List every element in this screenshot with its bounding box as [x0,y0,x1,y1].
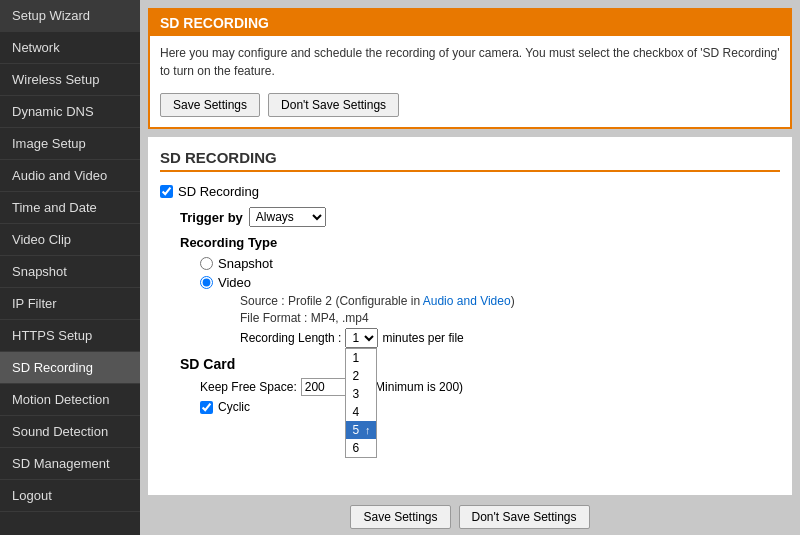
bottom-save-button[interactable]: Save Settings [350,505,450,529]
sidebar-item-logout[interactable]: Logout [0,480,140,512]
source-text: Source : Profile 2 (Configurable in [240,294,423,308]
sidebar-item-sd-management[interactable]: SD Management [0,448,140,480]
source-end: ) [511,294,515,308]
video-option-label: Video [218,275,251,290]
snapshot-option-row: Snapshot [200,256,780,271]
recording-length-dropdown-container: 1 1 2 3 4 5 ↑ 6 [345,328,378,348]
keep-free-label: Keep Free Space: [200,380,297,394]
dropdown-option-6[interactable]: 6 [346,439,376,457]
top-save-button[interactable]: Save Settings [160,93,260,117]
sd-card-title: SD Card [180,356,780,372]
trigger-select[interactable]: Always Motion Sound Schedule [249,207,326,227]
sidebar-item-time-and-date[interactable]: Time and Date [0,192,140,224]
content-area: SD RECORDING SD Recording Trigger by Alw… [148,137,792,495]
sd-recording-label: SD Recording [178,184,259,199]
bottom-bar: Save Settings Don't Save Settings [140,499,800,535]
top-box-description: Here you may configure and schedule the … [150,36,790,88]
top-info-box: SD RECORDING Here you may configure and … [148,8,792,129]
file-format-text: File Format : MP4, .mp4 [240,311,369,325]
sd-recording-checkbox[interactable] [160,185,173,198]
recording-type-label: Recording Type [180,235,780,250]
sidebar-item-audio-and-video[interactable]: Audio and Video [0,160,140,192]
cursor-icon: ↑ [365,424,371,436]
snapshot-radio[interactable] [200,257,213,270]
dropdown-option-4[interactable]: 4 [346,403,376,421]
sidebar-item-wireless-setup[interactable]: Wireless Setup [0,64,140,96]
top-dont-save-button[interactable]: Don't Save Settings [268,93,399,117]
file-format-row: File Format : MP4, .mp4 [240,311,780,325]
video-option-row: Video [200,275,780,290]
source-info: Source : Profile 2 (Configurable in Audi… [240,294,780,308]
sidebar-item-dynamic-dns[interactable]: Dynamic DNS [0,96,140,128]
sidebar-item-image-setup[interactable]: Image Setup [0,128,140,160]
sidebar-item-sd-recording[interactable]: SD Recording [0,352,140,384]
dropdown-option-1[interactable]: 1 [346,349,376,367]
top-box-title: SD RECORDING [150,10,790,36]
minutes-per-file-label: minutes per file [382,331,463,345]
dropdown-option-5[interactable]: 5 ↑ [346,421,376,439]
sd-card-section: SD Card Keep Free Space: MB (Minimum is … [160,356,780,414]
dropdown-option-3[interactable]: 3 [346,385,376,403]
keep-free-input[interactable] [301,378,346,396]
keep-free-row: Keep Free Space: MB (Minimum is 200) [200,378,780,396]
recording-length-select[interactable]: 1 [345,328,378,348]
main-content: SD RECORDING Here you may configure and … [140,0,800,535]
sidebar-item-ip-filter[interactable]: IP Filter [0,288,140,320]
cyclic-row: Cyclic [200,400,780,414]
trigger-label: Trigger by [180,210,243,225]
sidebar-item-https-setup[interactable]: HTTPS Setup [0,320,140,352]
recording-length-row: Recording Length : 1 1 2 3 4 5 ↑ 6 [240,328,780,348]
recording-length-label: Recording Length : [240,331,341,345]
sidebar-item-motion-detection[interactable]: Motion Detection [0,384,140,416]
sidebar-item-sound-detection[interactable]: Sound Detection [0,416,140,448]
dropdown-option-2[interactable]: 2 [346,367,376,385]
snapshot-option-label: Snapshot [218,256,273,271]
bottom-dont-save-button[interactable]: Don't Save Settings [459,505,590,529]
sidebar-item-network[interactable]: Network [0,32,140,64]
top-box-buttons: Save Settings Don't Save Settings [150,88,790,127]
recording-length-dropdown-list: 1 2 3 4 5 ↑ 6 [345,348,377,458]
audio-video-link[interactable]: Audio and Video [423,294,511,308]
sidebar-item-setup-wizard[interactable]: Setup Wizard [0,0,140,32]
sidebar-item-video-clip[interactable]: Video Clip [0,224,140,256]
cyclic-label: Cyclic [218,400,250,414]
dropdown-option-5-text: 5 [352,423,359,437]
cyclic-checkbox[interactable] [200,401,213,414]
video-radio[interactable] [200,276,213,289]
sidebar-item-snapshot[interactable]: Snapshot [0,256,140,288]
sd-recording-row: SD Recording [160,184,780,199]
sidebar: Setup Wizard Network Wireless Setup Dyna… [0,0,140,535]
trigger-row: Trigger by Always Motion Sound Schedule [180,207,780,227]
section-title: SD RECORDING [160,149,780,172]
